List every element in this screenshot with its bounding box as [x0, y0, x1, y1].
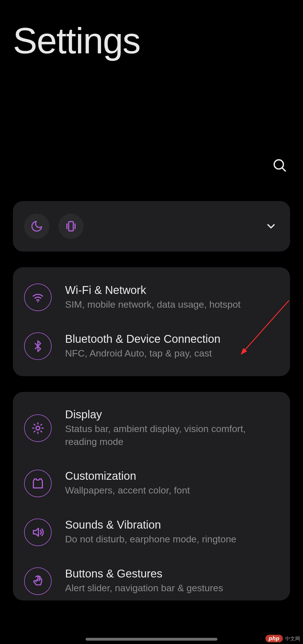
- page-title: Settings: [13, 20, 290, 62]
- moon-icon: [30, 220, 43, 233]
- item-subtitle: Status bar, ambient display, vision comf…: [65, 423, 279, 448]
- watermark: php 中文网: [265, 635, 300, 642]
- gestures-icon: [31, 575, 44, 588]
- quick-settings-expand[interactable]: [265, 220, 279, 232]
- quick-settings-card: [13, 201, 290, 252]
- item-title: Buttons & Gestures: [65, 567, 279, 580]
- sound-icon-wrap: [24, 519, 52, 546]
- search-icon: [272, 157, 287, 173]
- watermark-badge: php: [265, 635, 283, 642]
- night-mode-toggle[interactable]: [24, 214, 49, 239]
- settings-group-network: Wi-Fi & Network SIM, mobile network, dat…: [13, 267, 290, 376]
- item-title: Bluetooth & Device Connection: [65, 333, 279, 345]
- search-button[interactable]: [272, 157, 287, 173]
- svg-point-4: [36, 426, 40, 430]
- sound-icon: [31, 526, 45, 539]
- svg-rect-2: [69, 221, 74, 231]
- settings-item-wifi[interactable]: Wi-Fi & Network SIM, mobile network, dat…: [24, 273, 279, 322]
- settings-group-system: Display Status bar, ambient display, vis…: [13, 392, 290, 600]
- svg-line-1: [282, 168, 285, 171]
- svg-marker-5: [33, 528, 38, 536]
- settings-item-customization[interactable]: Customization Wallpapers, accent color, …: [24, 459, 279, 508]
- item-subtitle: Wallpapers, accent color, font: [65, 484, 279, 497]
- item-subtitle: SIM, mobile network, data usage, hotspot: [65, 298, 279, 311]
- item-title: Display: [65, 408, 279, 421]
- gestures-icon-wrap: [24, 567, 52, 595]
- settings-item-bluetooth[interactable]: Bluetooth & Device Connection NFC, Andro…: [24, 322, 279, 371]
- home-indicator: [86, 638, 217, 641]
- item-title: Sounds & Vibration: [65, 519, 279, 531]
- vibrate-toggle[interactable]: [58, 214, 84, 239]
- settings-item-gestures[interactable]: Buttons & Gestures Alert slider, navigat…: [24, 557, 279, 595]
- settings-item-display[interactable]: Display Status bar, ambient display, vis…: [24, 398, 279, 459]
- wifi-icon: [31, 290, 45, 304]
- svg-point-3: [37, 301, 39, 302]
- customization-icon-wrap: [24, 470, 52, 497]
- item-subtitle: Alert slider, navigation bar & gestures: [65, 582, 279, 595]
- watermark-text: 中文网: [285, 635, 300, 642]
- display-icon-wrap: [24, 414, 52, 442]
- display-icon: [31, 421, 45, 435]
- item-title: Wi-Fi & Network: [65, 284, 279, 296]
- bluetooth-icon-wrap: [24, 332, 52, 360]
- wifi-icon-wrap: [24, 284, 52, 311]
- vibrate-icon: [64, 219, 78, 233]
- settings-item-sounds[interactable]: Sounds & Vibration Do not disturb, earph…: [24, 508, 279, 557]
- item-subtitle: NFC, Android Auto, tap & pay, cast: [65, 347, 279, 360]
- item-subtitle: Do not disturb, earphone mode, ringtone: [65, 533, 279, 546]
- item-title: Customization: [65, 470, 279, 482]
- bluetooth-icon: [31, 340, 44, 353]
- chevron-down-icon: [265, 220, 277, 232]
- customization-icon: [31, 477, 45, 490]
